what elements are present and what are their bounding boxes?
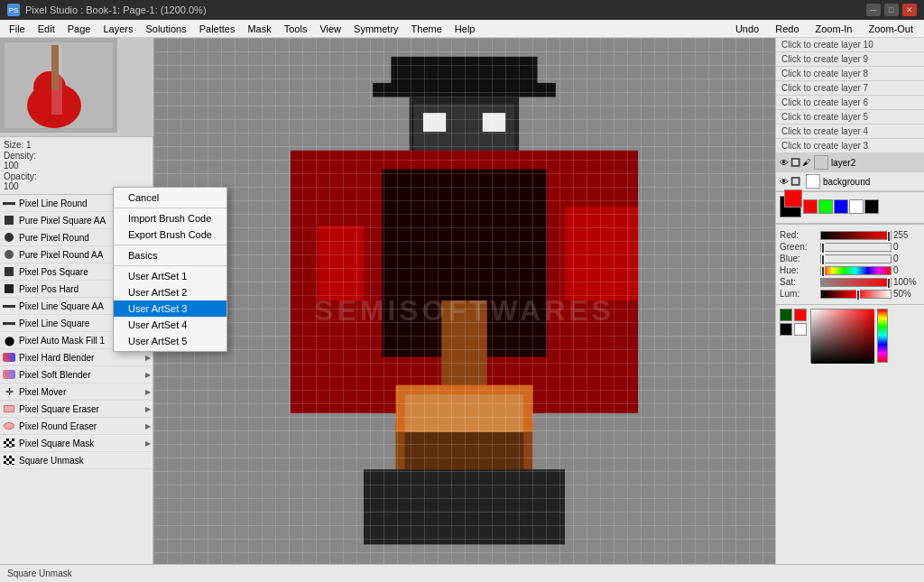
- canvas-svg: [153, 38, 775, 582]
- menu-layers[interactable]: Layers: [97, 23, 138, 35]
- menu-zoom-out[interactable]: Zoom-Out: [861, 23, 920, 35]
- hue-slider[interactable]: [820, 266, 892, 275]
- sm-swatch-red[interactable]: [794, 309, 807, 321]
- layer-create-7[interactable]: Click to create layer 7: [776, 81, 924, 96]
- menu-redo[interactable]: Redo: [768, 23, 806, 35]
- layer-create-8[interactable]: Click to create layer 8: [776, 67, 924, 81]
- menu-page[interactable]: Page: [62, 23, 97, 35]
- layer-item-layer2[interactable]: 👁 🔲 🖌 layer2: [776, 153, 924, 172]
- lum-slider[interactable]: [820, 290, 892, 299]
- canvas-area[interactable]: SEMISOFTWARES: [153, 38, 775, 582]
- preview-image: [0, 38, 117, 133]
- lock-icon-bg[interactable]: 🔲: [790, 177, 800, 187]
- menu-tools[interactable]: Tools: [279, 23, 313, 35]
- minimize-button[interactable]: ─: [866, 4, 881, 16]
- color-spectrum[interactable]: [810, 309, 873, 363]
- color-section: Red: 255 Green: 0 Blue:: [776, 224, 924, 304]
- layers-section: Click to create layer 10 Click to create…: [776, 38, 924, 191]
- maximize-button[interactable]: □: [884, 4, 899, 16]
- eye-icon[interactable]: 👁: [780, 158, 789, 168]
- fg-swatch[interactable]: [784, 189, 802, 208]
- context-export-brush[interactable]: Export Brush Code: [114, 226, 226, 243]
- main-area: Cancel Import Brush Code Export Brush Co…: [0, 38, 924, 582]
- green-value: 0: [893, 242, 920, 252]
- menu-view[interactable]: View: [314, 23, 346, 35]
- svg-rect-12: [391, 57, 537, 85]
- tool-mover[interactable]: ✛ Pixel Mover ▶: [0, 383, 152, 401]
- context-cancel[interactable]: Cancel: [114, 189, 226, 206]
- tool-label: Pixel Line Square AA: [19, 301, 104, 311]
- tool-sq-unmask[interactable]: Square Unmask: [0, 452, 152, 469]
- sm-swatch-white[interactable]: [794, 323, 807, 336]
- lum-thumb[interactable]: [856, 290, 860, 300]
- bg-swatch[interactable]: [780, 196, 801, 217]
- blue-thumb[interactable]: [821, 254, 825, 265]
- context-artset-1[interactable]: User ArtSet 1: [114, 268, 226, 284]
- swatch-green[interactable]: [818, 199, 833, 214]
- menu-file[interactable]: File: [4, 23, 31, 35]
- context-artset-3[interactable]: User ArtSet 3: [114, 300, 226, 317]
- tool-soft-blender[interactable]: Pixel Soft Blender ▶: [0, 366, 152, 383]
- menu-edit[interactable]: Edit: [32, 23, 60, 35]
- layer-create-3[interactable]: Click to create layer 3: [776, 139, 924, 153]
- sm-swatch-black[interactable]: [780, 323, 792, 336]
- menu-mask[interactable]: Mask: [242, 23, 276, 35]
- swatch-red[interactable]: [803, 199, 818, 214]
- layer-item-background[interactable]: 👁 🔲 background: [776, 172, 924, 191]
- svg-point-3: [33, 71, 66, 104]
- status-text: Square Unmask: [7, 568, 72, 578]
- palette-swatches: [803, 199, 911, 214]
- tool-label: Pure Pixel Square AA: [19, 216, 106, 226]
- right-panel: Click to create layer 10 Click to create…: [775, 38, 924, 582]
- menu-theme[interactable]: Theme: [406, 23, 448, 35]
- tool-arrow: ▶: [145, 439, 151, 448]
- tool-sq-eraser[interactable]: Pixel Square Eraser ▶: [0, 401, 152, 418]
- hue-bar[interactable]: [877, 309, 888, 363]
- swatch-black[interactable]: [864, 199, 879, 214]
- layer-create-4[interactable]: Click to create layer 4: [776, 125, 924, 139]
- menu-undo[interactable]: Undo: [728, 23, 766, 35]
- green-thumb[interactable]: [821, 243, 825, 254]
- sat-thumb[interactable]: [887, 278, 891, 289]
- menu-solutions[interactable]: Solutions: [140, 23, 191, 35]
- close-button[interactable]: ✕: [902, 4, 917, 16]
- sat-value: 100%: [893, 277, 920, 287]
- swatch-white[interactable]: [849, 199, 864, 214]
- sm-swatch-darkgreen[interactable]: [780, 309, 792, 321]
- context-artset-5[interactable]: User ArtSet 5: [114, 333, 226, 349]
- context-artset-4[interactable]: User ArtSet 4: [114, 317, 226, 333]
- tool-label: Pixel Pos Square: [19, 267, 88, 277]
- tool-label: Pixel Pos Hard: [19, 284, 79, 294]
- menu-help[interactable]: Help: [449, 23, 481, 35]
- blue-slider[interactable]: [820, 254, 892, 263]
- context-artset-2[interactable]: User ArtSet 2: [114, 284, 226, 300]
- layer-create-6[interactable]: Click to create layer 6: [776, 96, 924, 110]
- layer-create-5[interactable]: Click to create layer 5: [776, 110, 924, 125]
- context-basics[interactable]: Basics: [114, 247, 226, 263]
- layer-create-10[interactable]: Click to create layer 10: [776, 38, 924, 52]
- green-slider[interactable]: [820, 243, 892, 252]
- titlebar-controls[interactable]: ─ □ ✕: [866, 4, 917, 16]
- hue-thumb[interactable]: [821, 266, 825, 277]
- tool-icon-sq-unmask: [2, 453, 16, 467]
- eye-icon-bg[interactable]: 👁: [780, 177, 789, 187]
- tool-sq-mask[interactable]: Pixel Square Mask ▶: [0, 435, 152, 452]
- context-menu[interactable]: Cancel Import Brush Code Export Brush Co…: [113, 187, 227, 352]
- lock-icon[interactable]: 🔲: [790, 158, 800, 168]
- status-bar: Square Unmask: [0, 564, 924, 582]
- titlebar: PS Pixel Studio : Book-1: Page-1: (1200.…: [0, 0, 924, 20]
- context-import-brush[interactable]: Import Brush Code: [114, 210, 226, 226]
- menu-symmetry[interactable]: Symmetry: [348, 23, 404, 35]
- pixel-canvas[interactable]: SEMISOFTWARES: [153, 38, 775, 582]
- tool-round-eraser[interactable]: Pixel Round Eraser ▶: [0, 418, 152, 435]
- red-slider[interactable]: [820, 231, 892, 240]
- tool-label: Pixel Line Round: [19, 199, 88, 208]
- red-thumb[interactable]: [887, 231, 891, 242]
- layer-thumb: [814, 155, 828, 170]
- menu-palettes[interactable]: Palettes: [194, 23, 241, 35]
- layer-create-9[interactable]: Click to create layer 9: [776, 52, 924, 67]
- menu-zoom-in[interactable]: Zoom-In: [808, 23, 860, 35]
- swatch-blue[interactable]: [834, 199, 848, 214]
- tool-icon-sq-aa: [2, 213, 16, 227]
- sat-slider[interactable]: [820, 278, 892, 287]
